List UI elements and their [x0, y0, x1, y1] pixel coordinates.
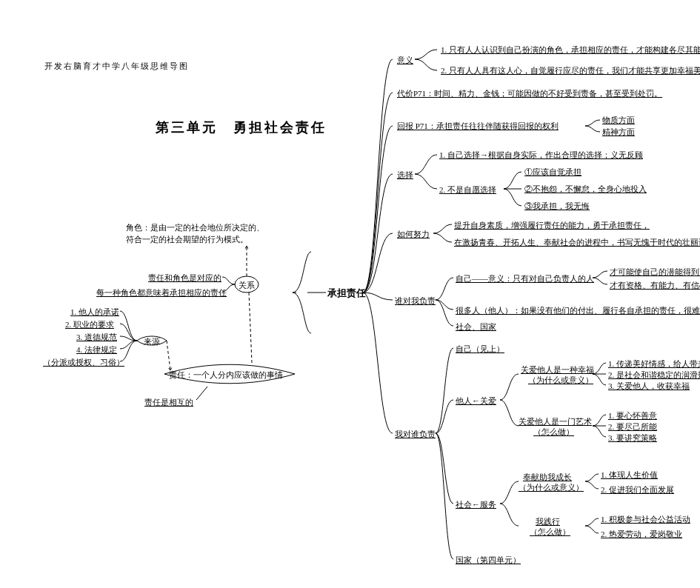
nuli-b: 在激扬青春、开拓人生、奉献社会的进程中，书写无愧于时代的壮丽诗篇: [454, 237, 700, 248]
xuanze-b: 2. 不是自愿选择: [439, 184, 496, 196]
src-3: 3. 道德规范: [76, 332, 117, 343]
svg-line-3: [249, 293, 252, 363]
sheidui-c: 社会、国家: [456, 321, 496, 333]
wds-soc-q1-2: 2. 促进我们全面发展: [601, 484, 674, 495]
wds-soc-q1-1: 1. 体现人生价值: [601, 470, 658, 481]
nuli-a: 提升自身素质，增强履行责任的能力，勇于承担责任，: [454, 220, 650, 231]
sheidui-a1: 才可能使自己的潜能得到充分挖掘和发挥，: [610, 267, 700, 278]
wds-soc-q2-1: 1. 积极参与社会公益活动: [601, 514, 690, 525]
wds-other-q2-1: 1. 要心怀善意: [608, 410, 657, 421]
rel-b: 每一种角色都意味着承担相应的责任: [96, 287, 227, 298]
xuanze-b1: ①应该自觉承担: [524, 167, 581, 178]
sheidui-a: 自己——意义：只有对自己负责人的人: [456, 273, 594, 284]
wds-other-q1-3: 3. 关爱他人，收获幸福: [608, 381, 690, 392]
wds-country: 国家（第四单元）: [456, 555, 521, 566]
wds-other-q2-3: 3. 要讲究策略: [608, 432, 657, 444]
daijia: 代价P71：时间、精力、金钱；可能因做的不好受到责备，甚至受到处罚。: [397, 88, 662, 99]
rel-label: 关系: [239, 280, 255, 291]
page-header: 开发右脑育才中学八年级思维导图: [44, 61, 189, 72]
wds-soc-q2b: （怎么做）: [530, 527, 570, 538]
yiyi-2: 2. 只有人人具有这人心，自觉履行应尽的责任，我们才能共享更加幸福美好的生活。P…: [441, 65, 700, 76]
wds-other-q2: 关爱他人是一门艺术: [519, 416, 592, 427]
wds-soc-label: 社会←服务: [456, 499, 496, 510]
wds-other-q2b: （怎么做）: [533, 427, 574, 438]
wds-soc-q1: 奉献助我成长: [523, 472, 572, 483]
wds-other-q1b: （为什么或意义）: [528, 375, 593, 386]
wds-self: 自己（见上）: [456, 344, 504, 355]
root: 承担责任: [327, 287, 366, 300]
nuli-label: 如何努力: [397, 229, 430, 240]
sheidui-a2: 才有资格、有能力、有信心承担起时代和国: [610, 280, 700, 291]
role-def-1: 角色：是由一定的社会地位所决定的、: [126, 222, 264, 233]
xuanze-a: 1. 自己选择→根据自身实际，作出合理的选择；义无反顾: [439, 150, 643, 161]
wds-other-q1: 关爱他人是一种幸福: [521, 364, 594, 375]
src-label: 来源: [144, 336, 160, 347]
sheidui-b: 很多人（他人）：如果没有他们的付出、履行各自承担的责任，很难想象我们的生活会: [456, 305, 700, 316]
src-2: 2. 职业的要求: [65, 319, 114, 330]
src-1: 1. 他人的承诺: [70, 307, 119, 318]
xuanze-label: 选择: [397, 170, 413, 181]
yiyi-1: 1. 只有人人认识到自己扮演的角色，承担相应的责任，才能构建各尽其能、各得其所而…: [441, 44, 700, 56]
huibao-label: 回报 P71：承担责任往往伴随获得回报的权利: [397, 121, 559, 132]
sheidui-label: 谁对我负责: [395, 295, 436, 307]
yiyi-label: 意义: [397, 55, 413, 66]
wds-soc-q1b: （为什么或意义）: [519, 482, 584, 493]
wds-soc-q2-2: 2. 热爱劳动，爱岗敬业: [601, 529, 682, 540]
role-def-2: 符合一定的社会期望的行为模式。: [126, 234, 248, 245]
wds-other-q1-2: 2. 是社会和谐稳定的润滑剂和正能量: [608, 370, 700, 381]
xuanze-b3: ③我承担，我无悔: [524, 201, 590, 212]
src-5: （分派或授权、习俗）: [43, 357, 124, 368]
mutual: 责任是相互的: [144, 397, 193, 408]
duty-def: 责任：一个人分内应该做的事情: [169, 370, 283, 381]
wds-other-q2-2: 2. 要尽己所能: [608, 421, 657, 432]
svg-line-4: [196, 387, 207, 400]
huibao-b: 精神方面: [602, 127, 635, 138]
rel-a: 责任和角色是对应的: [148, 273, 221, 284]
wds-other-q1-1: 1. 传递美好情感，给人带来温暖和希望，是维系: [608, 358, 700, 370]
src-4: 4. 法律规定: [76, 344, 117, 355]
woduishei-label: 我对谁负责: [395, 429, 436, 440]
huibao-a: 物质方面: [602, 115, 635, 126]
svg-line-2: [167, 341, 170, 370]
unit-title: 第三单元 勇担社会责任: [156, 118, 327, 136]
wds-soc-q2: 我践行: [536, 516, 560, 527]
wds-other-label: 他人←关爱: [456, 395, 496, 407]
xuanze-b2: ②不抱怨，不懈怠，全身心地投入: [524, 184, 647, 195]
